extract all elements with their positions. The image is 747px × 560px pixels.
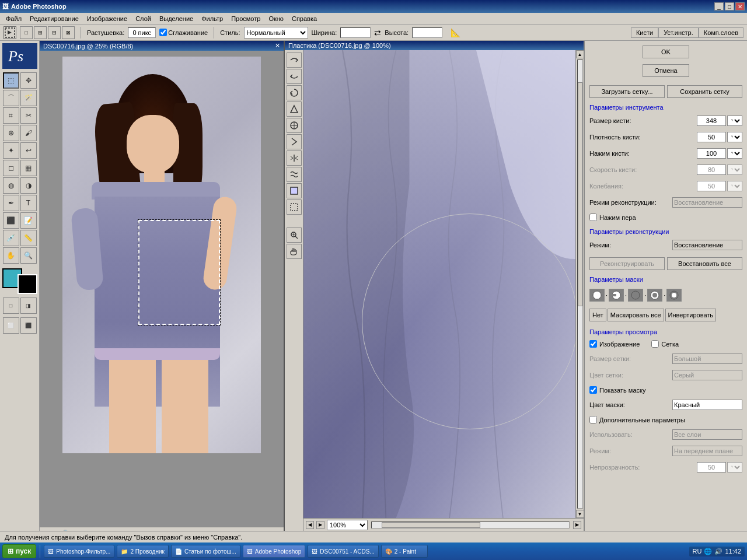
liq-turbulence[interactable] [287, 167, 302, 182]
width-input[interactable] [340, 27, 371, 38]
marquee-tool[interactable]: ⬚ [3, 72, 19, 89]
taskbar-item-4[interactable]: 🖼 DSC00751 - ACDS... [308, 545, 378, 558]
next-zoom-btn[interactable]: ▶ [316, 521, 324, 529]
brush-size-input[interactable] [697, 116, 726, 126]
turbulence-input[interactable] [697, 181, 726, 191]
feather-input[interactable] [128, 27, 156, 38]
liq-freeze-mask[interactable] [287, 183, 302, 198]
taskbar-item-5[interactable]: 🎨 2 - Paint [381, 545, 428, 558]
menu-select[interactable]: Выделение [156, 14, 197, 23]
brush-pressure-input[interactable] [697, 148, 726, 159]
history-brush[interactable]: ↩ [20, 142, 37, 159]
mask-color-input[interactable] [672, 400, 742, 410]
height-input[interactable] [412, 27, 442, 38]
clone-stamp[interactable]: ✦ [3, 142, 19, 159]
window-controls[interactable]: _ □ ✕ [714, 2, 745, 10]
grid-checkbox[interactable] [651, 340, 659, 348]
brush-density-input[interactable] [697, 132, 726, 142]
cancel-button[interactable]: Отмена [643, 64, 689, 77]
brush-rate-input[interactable] [697, 164, 726, 175]
measure-tool[interactable]: 📏 [20, 230, 37, 246]
add-selection-btn[interactable]: ⊞ [34, 26, 47, 39]
mask-icon-3[interactable] [628, 289, 643, 302]
liq-bloat[interactable] [287, 118, 302, 133]
pen-tool[interactable]: ✒ [3, 195, 19, 211]
scroll-down-btn[interactable]: ▼ [576, 510, 584, 518]
style-select[interactable]: Нормальный [244, 27, 308, 38]
slice-tool[interactable]: ✂ [20, 107, 37, 124]
scroll-v-thumb[interactable] [578, 82, 582, 306]
liq-push-left[interactable] [287, 134, 302, 149]
original-doc-close[interactable]: ✕ [275, 42, 280, 50]
mode-input[interactable] [672, 240, 742, 250]
menu-file[interactable]: Файл [2, 14, 25, 23]
maximize-btn[interactable]: □ [725, 2, 734, 10]
brush-size-select[interactable]: ▼ [727, 116, 742, 126]
magic-wand-tool[interactable]: 🪄 [20, 90, 37, 106]
grid-color-input[interactable] [672, 370, 742, 380]
brush-tool[interactable]: 🖌 [20, 125, 37, 141]
layer-comps-tab[interactable]: Комп.слоев [699, 27, 743, 38]
liq-pucker[interactable] [287, 102, 302, 117]
blur-tool[interactable]: ◍ [3, 177, 19, 194]
invert-btn[interactable]: Инвертировать [665, 309, 716, 321]
brush-density-select[interactable]: ▼ [727, 132, 742, 142]
zoom-select[interactable]: 100% [327, 520, 368, 530]
swap-icon[interactable]: ⇄ [374, 28, 381, 37]
tool-presets-tab[interactable]: Уст.инстр. [658, 27, 699, 38]
notes-tool[interactable]: 📝 [20, 212, 37, 229]
quick-mask-on[interactable]: ◨ [20, 298, 37, 314]
path-tool[interactable]: ⬛ [3, 212, 19, 229]
load-mesh-btn[interactable]: Загрузить сетку... [589, 85, 665, 98]
brush-pressure-select[interactable]: ▼ [727, 148, 742, 159]
doc-info-arrow[interactable]: ▶ [132, 530, 137, 531]
menu-edit[interactable]: Редактирование [26, 14, 82, 23]
image-checkbox[interactable] [589, 340, 597, 348]
menu-help[interactable]: Справка [288, 14, 320, 23]
restore-all-btn[interactable]: Восстановить все [667, 257, 742, 270]
none-btn[interactable]: Нет [589, 309, 606, 321]
close-btn[interactable]: ✕ [735, 2, 745, 10]
liq-twirl[interactable] [287, 85, 302, 100]
new-selection-btn[interactable]: □ [20, 26, 33, 39]
full-screen[interactable]: ⬛ [20, 317, 37, 334]
menu-window[interactable]: Окно [265, 14, 287, 23]
background-color[interactable] [18, 274, 37, 294]
liq-zoom[interactable] [287, 228, 302, 243]
taskbar-item-0[interactable]: 🖼 Photoshop-Фильтр... [44, 545, 114, 558]
hand-tool[interactable]: ✋ [3, 247, 19, 264]
brushes-tab[interactable]: Кисти [631, 27, 658, 38]
eyedropper-tool[interactable]: 💉 [3, 230, 19, 246]
reconstruct-btn[interactable]: Реконструировать [589, 257, 665, 270]
ok-button[interactable]: OK [643, 46, 689, 58]
antialias-checkbox[interactable]: Сглаживание [159, 29, 208, 36]
mask-icon-4[interactable] [647, 289, 662, 302]
reconstruct-mode-input[interactable] [672, 197, 742, 208]
show-mask-checkbox[interactable] [589, 386, 597, 394]
subtract-selection-btn[interactable]: ⊟ [48, 26, 61, 39]
scroll-h-track[interactable] [371, 522, 570, 528]
mask-icon-1[interactable] [589, 289, 605, 302]
taskbar-item-1[interactable]: 📁 2 Проводник [117, 545, 169, 558]
mask-icon-2[interactable] [609, 289, 624, 302]
scroll-right-btn[interactable]: ▶ [573, 521, 581, 529]
taskbar-item-2[interactable]: 📄 Статьи по фотош... [171, 545, 240, 558]
liquify-canvas[interactable] [303, 50, 575, 518]
lasso-tool[interactable]: ⌒ [3, 90, 19, 106]
mask-all-btn[interactable]: Маскировать все [608, 309, 664, 321]
healing-brush[interactable]: ⊕ [3, 125, 19, 141]
liq-forward-warp[interactable] [287, 52, 302, 68]
dodge-tool[interactable]: ◑ [20, 177, 37, 194]
grid-size-input[interactable] [672, 354, 742, 364]
standard-screen[interactable]: ⬜ [3, 317, 19, 334]
menu-layer[interactable]: Слой [132, 14, 155, 23]
mask-icon-5[interactable] [666, 289, 682, 302]
crop-tool[interactable]: ⌗ [3, 107, 19, 124]
scroll-h-thumb[interactable] [382, 522, 480, 528]
text-tool[interactable]: T [20, 195, 37, 211]
eraser-tool[interactable]: ◻ [3, 160, 19, 176]
liq-reconstruct[interactable] [287, 69, 302, 84]
zoom-indicator[interactable]: 🔍 [62, 530, 71, 531]
menu-filter[interactable]: Фильтр [198, 14, 226, 23]
taskbar-item-3[interactable]: 🖼 Adobe Photoshop [243, 545, 306, 558]
